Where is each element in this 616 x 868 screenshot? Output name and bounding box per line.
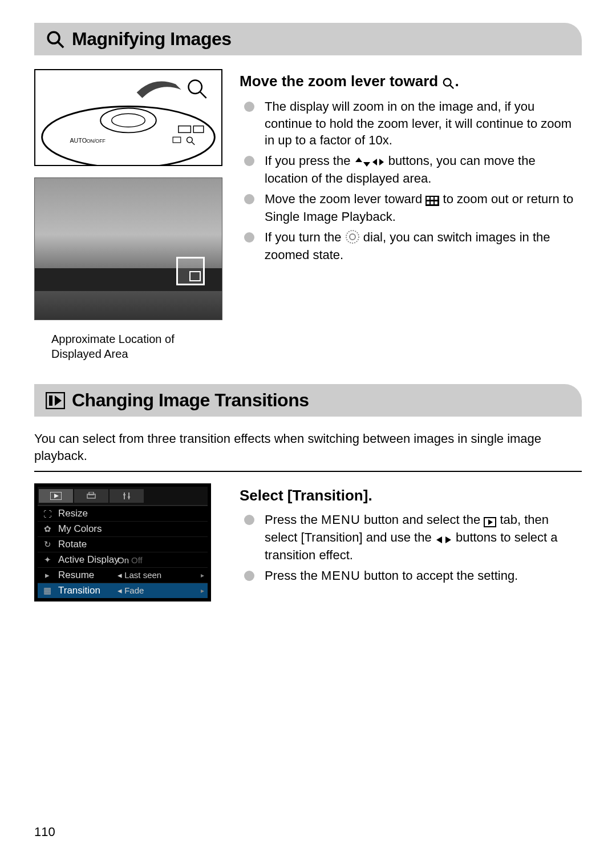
text: Move the zoom lever toward <box>265 192 425 206</box>
svg-marker-19 <box>379 159 384 165</box>
svg-point-14 <box>444 79 451 86</box>
camera-top-diagram: AUTO ON/OFF <box>34 69 222 166</box>
svg-point-5 <box>188 80 201 94</box>
bullet-select-transition: Press the MENU button and select the tab… <box>265 511 582 564</box>
menu-tabs <box>38 487 208 506</box>
svg-rect-21 <box>427 197 429 200</box>
label: Resume <box>58 570 94 581</box>
text: If you press the <box>265 154 354 168</box>
displayed-area-indicator <box>176 257 205 285</box>
svg-marker-39 <box>445 536 451 543</box>
bullet-zoom-out: Move the zoom lever toward to zoom out o… <box>265 191 582 225</box>
bullet-accept-setting: Press the MENU button to accept the sett… <box>265 567 582 584</box>
svg-point-0 <box>48 32 59 43</box>
bullet-zoom-factor: The display will zoom in on the image an… <box>265 98 582 149</box>
section-intro: You can select from three transition eff… <box>34 430 582 464</box>
svg-marker-16 <box>355 158 362 162</box>
control-dial-icon <box>345 229 360 247</box>
svg-text:ON/OFF: ON/OFF <box>87 138 106 144</box>
menu-button-label: MENU <box>321 512 360 527</box>
step-title-zoom: Move the zoom lever toward . <box>240 72 582 91</box>
svg-marker-33 <box>54 494 59 498</box>
page-number: 110 <box>34 825 55 839</box>
menu-item-rotate: ↻Rotate <box>38 536 208 552</box>
playback-tab-icon <box>484 512 496 530</box>
magnify-icon <box>442 74 455 91</box>
label: Transition <box>58 585 100 596</box>
svg-rect-24 <box>427 201 429 204</box>
svg-marker-37 <box>488 519 493 525</box>
sample-photo <box>34 177 222 320</box>
svg-point-28 <box>350 234 355 240</box>
step-title-transition: Select [Transition]. <box>240 487 582 504</box>
svg-point-27 <box>346 231 359 243</box>
section-header-transitions: Changing Image Transitions <box>34 384 582 417</box>
text: Press the <box>265 568 321 583</box>
svg-point-12 <box>187 137 193 143</box>
menu-item-resize: ⛶Resize <box>38 506 208 521</box>
playback-tab-icon <box>46 392 65 409</box>
svg-point-2 <box>42 106 215 165</box>
bullet-move-area: If you press the buttons, you can move t… <box>265 152 582 187</box>
label: Resize <box>58 508 88 519</box>
text: Press the <box>265 512 321 527</box>
svg-marker-17 <box>363 162 370 167</box>
label: My Colors <box>58 523 102 535</box>
svg-marker-38 <box>436 536 442 543</box>
text: button to accept the setting. <box>360 568 518 583</box>
svg-rect-30 <box>49 395 52 406</box>
index-grid-icon <box>425 191 439 208</box>
svg-rect-8 <box>193 126 204 133</box>
value: ◂ Fade <box>117 586 144 596</box>
svg-rect-25 <box>431 201 433 204</box>
divider <box>34 471 582 472</box>
svg-line-6 <box>200 92 206 98</box>
menu-item-transition: ▦Transition◂ Fade▸ <box>38 583 208 598</box>
section-title: Magnifying Images <box>72 29 232 50</box>
text: If you turn the <box>265 230 345 244</box>
menu-screenshot: ⛶Resize ✿My Colors ↻Rotate ✦Active Displ… <box>34 483 211 601</box>
section-title: Changing Image Transitions <box>72 390 309 411</box>
svg-line-15 <box>450 85 453 88</box>
svg-rect-7 <box>179 126 191 133</box>
svg-line-1 <box>58 42 63 47</box>
svg-rect-23 <box>435 197 437 200</box>
magnify-icon <box>46 30 65 49</box>
step-title-text-a: Move the zoom lever toward <box>240 72 442 90</box>
svg-text:AUTO: AUTO <box>70 137 87 144</box>
text: button and select the <box>360 512 484 527</box>
svg-point-4 <box>112 114 145 127</box>
step-title-text-b: . <box>455 72 459 90</box>
value-off: Off <box>131 555 143 565</box>
section-header-magnifying: Magnifying Images <box>34 23 582 55</box>
print-tab <box>74 489 108 503</box>
value: ◂ Last seen <box>117 570 161 580</box>
left-right-icon <box>435 530 452 547</box>
svg-rect-22 <box>431 197 433 200</box>
svg-marker-31 <box>55 395 62 406</box>
svg-rect-11 <box>173 137 181 143</box>
svg-point-3 <box>100 108 156 132</box>
svg-rect-35 <box>89 492 94 495</box>
label: Rotate <box>58 539 87 550</box>
tools-tab <box>110 489 144 503</box>
dpad-icon <box>354 153 385 170</box>
bullet-switch-images: If you turn the dial, you can switch ima… <box>265 229 582 264</box>
photo-caption: Approximate Location of Displayed Area <box>34 332 222 361</box>
value: On <box>117 555 129 565</box>
menu-item-resume: ▸Resume◂ Last seen▸ <box>38 567 208 583</box>
svg-rect-26 <box>435 201 437 204</box>
label: Active Display <box>58 554 119 566</box>
menu-item-mycolors: ✿My Colors <box>38 521 208 536</box>
menu-button-label: MENU <box>321 568 360 583</box>
menu-item-active-display: ✦Active DisplayOnOff <box>38 552 208 567</box>
playback-tab <box>39 489 73 503</box>
svg-line-13 <box>192 142 194 145</box>
svg-marker-18 <box>372 159 377 165</box>
